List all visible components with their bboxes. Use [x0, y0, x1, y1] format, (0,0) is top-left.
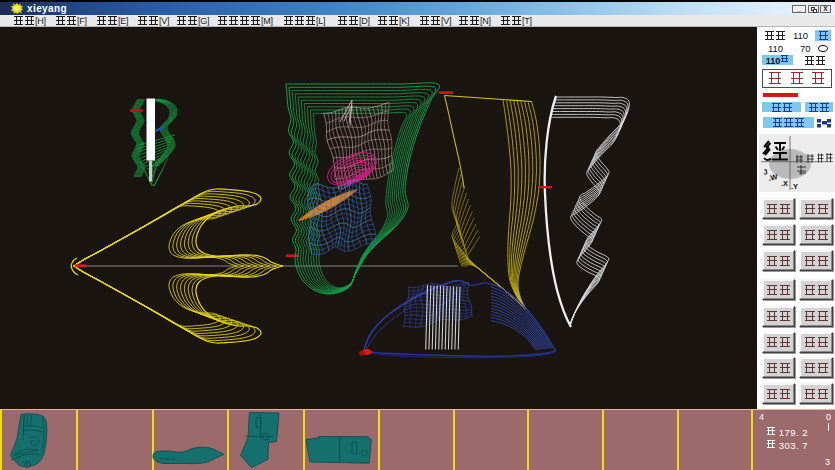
svg-text:.X: .X: [781, 179, 788, 188]
svg-text:.Y: .Y: [791, 182, 798, 191]
